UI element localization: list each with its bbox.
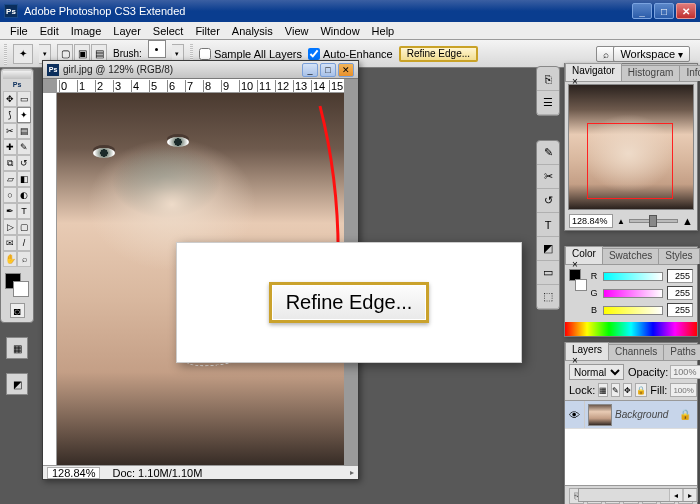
chevron-right-icon[interactable]: ▸ xyxy=(350,468,354,477)
brush-tool[interactable]: ✎ xyxy=(17,139,31,155)
type-tool[interactable]: T xyxy=(17,203,31,219)
menu-file[interactable]: File xyxy=(4,24,34,38)
layer-visibility-toggle[interactable]: 👁 xyxy=(565,401,585,428)
toolbox-grip[interactable] xyxy=(3,71,31,79)
quick-mask-button[interactable]: ◙ xyxy=(10,303,25,318)
navigator-thumbnail[interactable] xyxy=(568,84,694,210)
refine-edge-callout-button[interactable]: Refine Edge... xyxy=(269,282,430,323)
lock-paint-icon[interactable]: ✎ xyxy=(611,383,620,397)
fill-field[interactable]: 100% xyxy=(670,383,696,397)
blur-tool[interactable]: ○ xyxy=(3,187,17,203)
quick-select-tool[interactable]: ✦ xyxy=(17,107,31,123)
refine-edge-button[interactable]: Refine Edge... xyxy=(399,46,478,62)
rail-icon[interactable]: T xyxy=(537,213,559,237)
b-slider[interactable] xyxy=(603,306,663,315)
collapsed-dock-button-b[interactable]: ◩ xyxy=(6,373,28,395)
lock-all-icon[interactable]: 🔒 xyxy=(635,383,647,397)
color-sample-swatches[interactable] xyxy=(569,269,587,291)
rail-icon[interactable]: ↺ xyxy=(537,189,559,213)
slice-tool[interactable]: ▤ xyxy=(17,123,31,139)
tab-navigator[interactable]: Navigator × xyxy=(565,63,622,81)
menu-edit[interactable]: Edit xyxy=(34,24,65,38)
marquee-tool[interactable]: ▭ xyxy=(17,91,31,107)
bg-color-icon[interactable] xyxy=(575,279,587,291)
tab-info[interactable]: Info xyxy=(679,65,700,81)
crop-tool[interactable]: ✂ xyxy=(3,123,17,139)
auto-enhance-checkbox[interactable]: Auto-Enhance xyxy=(308,48,393,60)
window-close-button[interactable]: ✕ xyxy=(676,3,696,19)
menu-help[interactable]: Help xyxy=(366,24,401,38)
rail-icon[interactable]: ✎ xyxy=(537,141,559,165)
tab-styles[interactable]: Styles xyxy=(658,248,699,264)
r-slider[interactable] xyxy=(603,272,663,281)
color-spectrum[interactable] xyxy=(565,322,697,336)
gradient-tool[interactable]: ◧ xyxy=(17,171,31,187)
path-tool[interactable]: ▷ xyxy=(3,219,17,235)
rail-icon[interactable]: ☰ xyxy=(537,91,559,115)
blend-mode-select[interactable]: Normal xyxy=(569,364,624,380)
tab-paths[interactable]: Paths xyxy=(663,344,700,360)
navigator-zoom-field[interactable]: 128.84% xyxy=(569,214,613,228)
active-tool-icon[interactable]: ✦ xyxy=(13,44,33,64)
hand-tool[interactable]: ✋ xyxy=(3,251,17,267)
menu-window[interactable]: Window xyxy=(314,24,365,38)
doc-close-button[interactable]: ✕ xyxy=(338,63,354,77)
document-titlebar[interactable]: Ps girl.jpg @ 129% (RGB/8) _ □ ✕ xyxy=(43,61,358,79)
move-tool[interactable]: ✥ xyxy=(3,91,17,107)
horizontal-ruler[interactable]: 0 1 2 3 4 5 6 7 8 9 10 11 12 13 14 15 xyxy=(57,79,344,93)
color-swatches[interactable] xyxy=(3,271,29,297)
navigator-zoom-slider[interactable] xyxy=(629,219,678,223)
layer-name-label[interactable]: Background xyxy=(615,409,673,420)
tab-layers[interactable]: Layers × xyxy=(565,342,609,360)
pen-tool[interactable]: ✒ xyxy=(3,203,17,219)
g-slider[interactable] xyxy=(603,289,663,298)
rail-icon[interactable]: ⬚ xyxy=(537,285,559,309)
lock-trans-icon[interactable]: ▦ xyxy=(598,383,608,397)
scrollbar[interactable]: ◂▸ xyxy=(578,488,698,502)
r-value-field[interactable]: 255 xyxy=(667,269,693,283)
layer-thumbnail[interactable] xyxy=(588,404,612,426)
eyedropper-tool[interactable]: / xyxy=(17,235,31,251)
gripper-icon[interactable] xyxy=(4,43,7,65)
menu-view[interactable]: View xyxy=(279,24,315,38)
menu-filter[interactable]: Filter xyxy=(189,24,225,38)
rail-icon[interactable]: ▭ xyxy=(537,261,559,285)
menu-layer[interactable]: Layer xyxy=(107,24,147,38)
tab-channels[interactable]: Channels xyxy=(608,344,664,360)
layer-item-background[interactable]: 👁 Background 🔒 xyxy=(565,401,697,429)
navigator-proxy-view[interactable] xyxy=(587,123,673,199)
history-brush-tool[interactable]: ↺ xyxy=(17,155,31,171)
stamp-tool[interactable]: ⧉ xyxy=(3,155,17,171)
window-maximize-button[interactable]: □ xyxy=(654,3,674,19)
background-swatch[interactable] xyxy=(13,281,29,297)
tab-color[interactable]: Color × xyxy=(565,246,603,264)
zoom-in-icon[interactable]: ▲ xyxy=(682,215,693,227)
g-value-field[interactable]: 255 xyxy=(667,286,693,300)
brush-preview[interactable] xyxy=(148,40,166,58)
tab-swatches[interactable]: Swatches xyxy=(602,248,659,264)
rail-icon[interactable]: ◩ xyxy=(537,237,559,261)
window-minimize-button[interactable]: _ xyxy=(632,3,652,19)
zoom-tool[interactable]: ⌕ xyxy=(17,251,31,267)
doc-minimize-button[interactable]: _ xyxy=(302,63,318,77)
rail-icon[interactable]: ✂ xyxy=(537,165,559,189)
tab-histogram[interactable]: Histogram xyxy=(621,65,681,81)
opacity-field[interactable]: 100% xyxy=(670,365,700,379)
workspace-button[interactable]: Workspace ▾ xyxy=(613,46,690,62)
lock-pos-icon[interactable]: ✥ xyxy=(623,383,632,397)
vertical-ruler[interactable] xyxy=(43,93,57,465)
zoom-field[interactable]: 128.84% xyxy=(47,467,100,479)
heal-tool[interactable]: ✚ xyxy=(3,139,17,155)
zoom-out-icon[interactable]: ▲ xyxy=(617,217,625,226)
menu-analysis[interactable]: Analysis xyxy=(226,24,279,38)
menu-image[interactable]: Image xyxy=(65,24,108,38)
b-value-field[interactable]: 255 xyxy=(667,303,693,317)
rail-icon[interactable]: ⎘ xyxy=(537,67,559,91)
menu-select[interactable]: Select xyxy=(147,24,190,38)
sample-all-layers-checkbox[interactable]: Sample All Layers xyxy=(199,48,302,60)
collapsed-dock-button-a[interactable]: ▦ xyxy=(6,337,28,359)
lasso-tool[interactable]: ⟆ xyxy=(3,107,17,123)
eraser-tool[interactable]: ▱ xyxy=(3,171,17,187)
dodge-tool[interactable]: ◐ xyxy=(17,187,31,203)
doc-maximize-button[interactable]: □ xyxy=(320,63,336,77)
